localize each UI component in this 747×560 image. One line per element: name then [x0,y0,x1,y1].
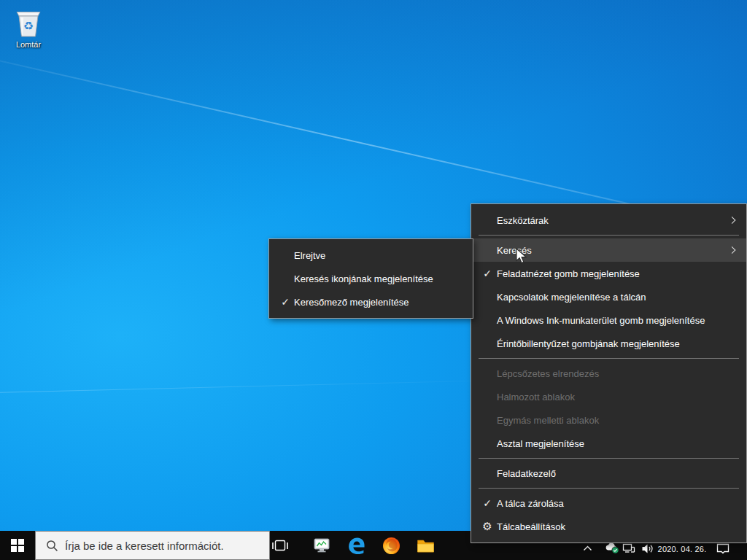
menu-item-search[interactable]: Keresés [471,238,746,262]
menu-item-show-task-view-button[interactable]: ✓ Feladatnézet gomb megjelenítése [471,262,746,285]
task-view-icon [272,540,288,552]
menu-item-show-desktop[interactable]: Asztal megjelenítése [471,432,746,455]
file-explorer-button[interactable] [409,531,441,560]
svg-text:♻: ♻ [23,19,34,33]
recycle-bin-label: Lomtár [7,40,50,49]
chevron-up-icon [583,545,592,551]
menu-separator [479,488,739,489]
menu-item-show-people[interactable]: Kapcsolatok megjelenítése a tálcán [471,285,746,308]
menu-item-task-manager[interactable]: Feladatkezelő [471,462,746,485]
submenu-item-show-search-icon[interactable]: Keresés ikonjának megjelenítése [269,267,473,290]
submenu-arrow-icon [729,217,736,224]
windows-logo-icon [11,539,24,552]
firefox-browser-button[interactable] [375,531,407,560]
ethernet-network-icon [622,543,635,554]
menu-item-stacked-windows: Halmozott ablakok [471,385,746,408]
menu-item-taskbar-settings[interactable]: ⚙ Tálcabeállítások [471,515,746,538]
onedrive-cloud-synced-icon [605,542,620,554]
recycle-bin-icon: ♻ [12,6,45,39]
menu-separator [479,458,739,459]
speaker-volume-icon [641,543,654,554]
edge-browser-button[interactable] [340,531,372,560]
gear-icon: ⚙ [479,520,495,533]
check-icon: ✓ [479,497,495,509]
action-center-icon [716,543,729,555]
task-view-button[interactable] [264,531,296,560]
task-manager-icon [312,536,331,555]
menu-item-cascade-windows: Lépcsőzetes elrendezés [471,362,746,385]
recycle-bin-shortcut[interactable]: ♻ Lomtár [7,6,50,49]
taskbar-context-menu: Eszköztárak Keresés ✓ Feladatnézet gomb … [471,203,747,543]
check-icon: ✓ [277,296,293,308]
wallpaper-light-streak [0,379,518,393]
submenu-item-hidden[interactable]: Elrejtve [269,244,473,267]
search-placeholder: Írja be ide a keresett információt. [65,540,224,552]
menu-item-toolbars[interactable]: Eszköztárak [471,209,746,232]
submenu-arrow-icon [729,246,736,254]
menu-item-lock-taskbar[interactable]: ✓ A tálca zárolása [471,491,746,515]
task-manager-button[interactable] [306,531,338,560]
menu-item-show-touch-keyboard[interactable]: Érintőbillentyűzet gombjának megjeleníté… [471,332,746,355]
submenu-item-show-search-box[interactable]: ✓ Keresőmező megjelenítése [269,290,473,314]
menu-separator [479,235,739,236]
tray-clock-date[interactable]: 2020. 04. 26. [655,545,709,553]
edge-icon [347,536,366,556]
firefox-icon [382,536,401,556]
menu-item-show-windows-ink[interactable]: A Windows Ink-munkaterület gomb megjelen… [471,308,746,332]
check-icon: ✓ [479,268,495,279]
search-submenu: Elrejtve Keresés ikonjának megjelenítése… [268,238,473,319]
menu-separator [479,358,739,359]
menu-item-side-by-side-windows: Egymás melletti ablakok [471,408,746,432]
search-icon [46,540,58,552]
file-explorer-icon [416,536,436,556]
start-button[interactable] [0,531,35,560]
desktop: ♻ Lomtár Írja be ide a keresett informác… [0,0,747,560]
taskbar-search-input[interactable]: Írja be ide a keresett információt. [35,531,270,560]
